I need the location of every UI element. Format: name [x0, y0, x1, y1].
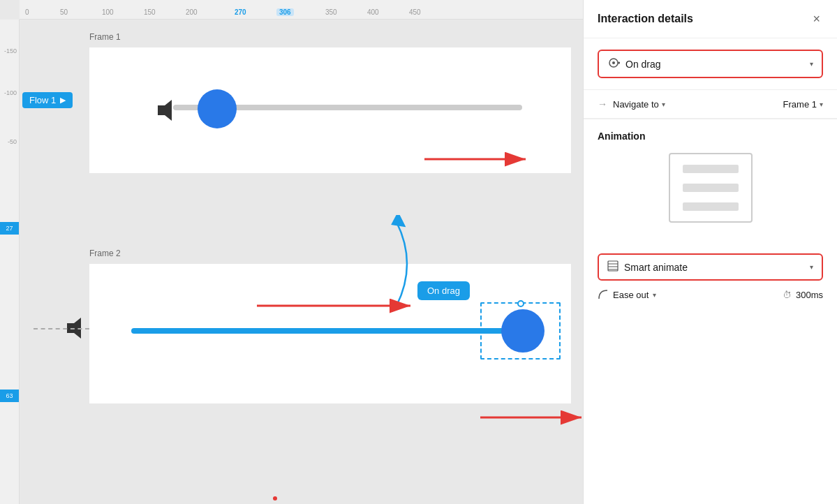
anim-line-3	[683, 202, 739, 211]
svg-point-10	[612, 61, 615, 64]
animation-section: Animation	[584, 119, 837, 248]
trigger-chevron: ▾	[810, 60, 813, 68]
animation-section-title: Animation	[598, 131, 823, 142]
ruler-mark-400: 400	[367, 8, 379, 16]
slider-track-blue-2	[131, 328, 522, 334]
frame1: Frame 1	[89, 47, 571, 173]
red-dot-bottom	[273, 496, 277, 501]
red-arrow-frame2-left	[257, 292, 424, 320]
drag-icon	[607, 57, 620, 71]
duration-icon: ⏱	[783, 290, 792, 300]
ruler-mark-270: 270	[235, 8, 246, 16]
ruler-mark-200: 200	[186, 8, 198, 16]
right-panel: Interaction details × On drag ▾ → Naviga…	[583, 0, 837, 504]
canvas-area: 0 50 100 150 200 270 306 350 400 450 -15…	[0, 0, 583, 504]
ruler-left-neg100: -100	[4, 89, 17, 96]
slider-track-dashed-2	[34, 328, 89, 334]
ruler-left: -150 -100 -50 27 63	[0, 20, 20, 504]
navigate-to-dropdown[interactable]: Navigate to ▾	[613, 99, 665, 110]
ruler-mark-50: 50	[60, 8, 68, 16]
ease-out-chevron: ▾	[653, 291, 656, 299]
smart-animate-icon	[607, 260, 619, 274]
panel-header: Interaction details ×	[584, 0, 837, 38]
svg-marker-0	[158, 100, 172, 121]
flow-badge[interactable]: Flow 1 ▶	[22, 92, 73, 108]
on-drag-tooltip: On drag	[417, 281, 470, 300]
ease-out-dropdown[interactable]: Ease out ▾	[598, 289, 656, 300]
ruler-mark-450: 450	[409, 8, 421, 16]
duration-value: 300ms	[796, 290, 823, 300]
navigate-to-label: Navigate to	[613, 99, 659, 110]
animation-visual	[598, 153, 823, 223]
speaker-icon-1	[152, 95, 183, 126]
ruler-mark-100: 100	[102, 8, 114, 16]
duration-section: ⏱ 300ms	[783, 290, 823, 300]
trigger-section: On drag ▾	[584, 38, 837, 90]
action-arrow-icon: →	[598, 98, 607, 110]
ruler-left-neg150: -150	[4, 47, 17, 54]
flow-play-icon[interactable]: ▶	[60, 96, 66, 105]
panel-title: Interaction details	[598, 13, 693, 25]
frame1-label: Frame 1	[89, 32, 121, 42]
trigger-label: On drag	[625, 59, 804, 70]
ruler-top: 0 50 100 150 200 270 306 350 400 450	[20, 0, 583, 20]
easing-row: Ease out ▾ ⏱ 300ms	[584, 281, 837, 300]
frame2-label: Frame 2	[89, 249, 121, 258]
smart-animate-chevron: ▾	[810, 263, 813, 271]
ruler-mark-350: 350	[325, 8, 337, 16]
action-row: → Navigate to ▾ Frame 1 ▾	[584, 90, 837, 119]
flow-badge-label: Flow 1	[29, 95, 56, 105]
frame-dropdown-label: Frame 1	[783, 99, 817, 110]
slider-knob-1[interactable]	[198, 89, 237, 128]
ruler-left-63: 63	[0, 390, 19, 402]
close-button[interactable]: ×	[810, 11, 823, 27]
navigate-to-chevron: ▾	[662, 101, 665, 108]
ruler-mark-306: 306	[276, 8, 294, 16]
ease-out-icon	[598, 289, 609, 300]
animation-type-box	[669, 153, 753, 223]
selection-handle	[517, 300, 524, 307]
smart-animate-dropdown[interactable]: Smart animate ▾	[598, 253, 823, 281]
selection-box-2	[480, 302, 561, 360]
ruler-left-neg50: -50	[8, 138, 17, 145]
frame-dropdown[interactable]: Frame 1 ▾	[783, 99, 823, 110]
frame2: Frame 2	[89, 264, 571, 403]
svg-marker-12	[619, 61, 620, 64]
smart-animate-label: Smart animate	[624, 262, 804, 273]
frame-dropdown-chevron: ▾	[820, 101, 823, 108]
ruler-left-27: 27	[0, 222, 19, 235]
anim-line-1	[683, 165, 739, 173]
red-arrow-smart-animate	[480, 403, 583, 431]
ruler-mark-150: 150	[144, 8, 156, 16]
ruler-mark-0: 0	[25, 8, 29, 16]
ease-out-label: Ease out	[613, 290, 649, 300]
trigger-dropdown[interactable]: On drag ▾	[598, 50, 823, 78]
canvas-content: Flow 1 ▶ Frame 1	[20, 20, 583, 504]
anim-line-2	[683, 184, 739, 192]
smart-animate-row: Smart animate ▾	[584, 248, 837, 281]
